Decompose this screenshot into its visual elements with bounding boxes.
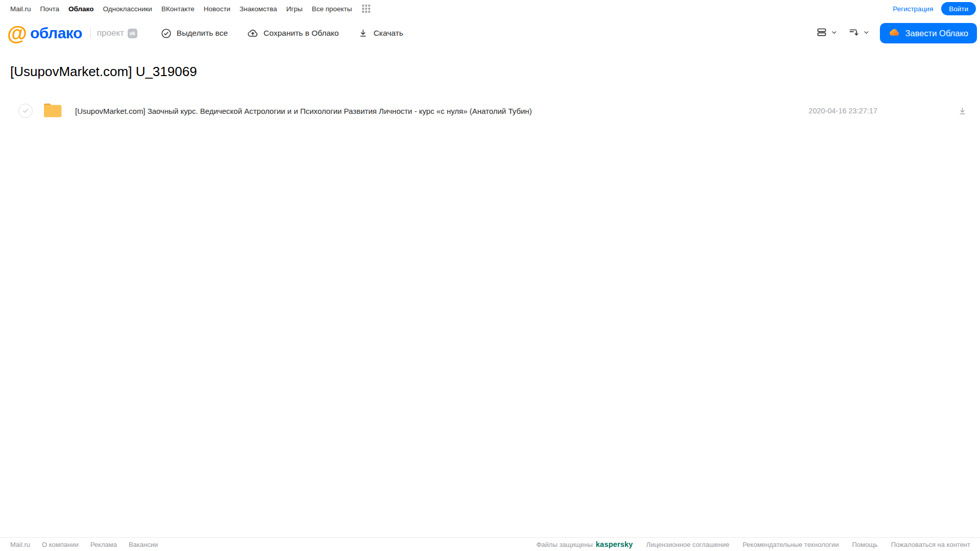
main-content: [UsupovMarket.com] U_319069 [UsupovMarke… — [0, 64, 980, 122]
footer-link-recommendations[interactable]: Рекомендательные технологии — [743, 541, 839, 548]
footer-right-links: Файлы защищены kaspersky Лицензионное со… — [536, 540, 970, 548]
auth-area: Регистрация Войти — [893, 2, 976, 15]
protected-label: Файлы защищены — [536, 541, 592, 548]
header-controls: Завести Облако — [816, 23, 977, 43]
get-cloud-button[interactable]: Завести Облако — [880, 23, 977, 43]
check-icon — [22, 107, 29, 114]
check-circle-icon — [161, 28, 172, 39]
footer-link-about[interactable]: О компании — [42, 541, 79, 548]
topnav-link-novosti[interactable]: Новости — [204, 5, 230, 13]
chevron-down-icon — [831, 29, 838, 38]
select-all-label: Выделить все — [177, 29, 228, 38]
kaspersky-protection: Файлы защищены kaspersky — [536, 540, 633, 548]
footer-link-mailru[interactable]: Mail.ru — [10, 541, 30, 548]
topnav-link-mailru[interactable]: Mail.ru — [10, 5, 31, 13]
footer-link-license[interactable]: Лицензионное соглашение — [646, 541, 729, 548]
page-title: [UsupovMarket.com] U_319069 — [10, 64, 980, 80]
logo-divider — [90, 28, 91, 38]
vk-logo-icon: vk — [128, 29, 137, 38]
topnav-link-pochta[interactable]: Почта — [40, 5, 60, 13]
folder-icon — [42, 101, 63, 121]
topnav-link-vkontakte[interactable]: ВКонтакте — [161, 5, 195, 13]
topnav-link-znakomstva[interactable]: Знакомства — [240, 5, 277, 13]
save-to-cloud-button[interactable]: Сохранить в Облако — [247, 28, 339, 39]
cloud-logo[interactable]: @ облако проект vk — [7, 23, 137, 43]
chevron-down-icon — [863, 29, 870, 38]
topnav-link-odnoklassniki[interactable]: Одноклассники — [103, 5, 152, 13]
view-switcher-button[interactable] — [816, 26, 838, 40]
rows-view-icon — [816, 26, 828, 40]
get-cloud-label: Завести Облако — [905, 29, 968, 38]
project-vk-label: проект — [97, 28, 124, 38]
footer-link-help[interactable]: Помощь — [852, 541, 877, 548]
file-date: 2020-04-16 23:27:17 — [808, 107, 877, 115]
portal-nav: Mail.ru Почта Облако Одноклассники ВКонт… — [0, 0, 980, 17]
registration-link[interactable]: Регистрация — [893, 5, 933, 13]
footer-left-links: Mail.ru О компании Реклама Вакансии — [10, 541, 158, 548]
download-label: Скачать — [373, 29, 403, 38]
footer-link-jobs[interactable]: Вакансии — [129, 541, 158, 548]
cloud-upload-icon — [247, 28, 258, 39]
footer-link-report[interactable]: Пожаловаться на контент — [891, 541, 970, 548]
file-name-link[interactable]: [UsupovMarket.com] Заочный курс. Ведичес… — [75, 107, 532, 115]
cloud-icon — [889, 27, 900, 40]
topnav-link-vse-proekty[interactable]: Все проекты — [312, 5, 352, 13]
footer-link-ads[interactable]: Реклама — [90, 541, 117, 548]
file-list: [UsupovMarket.com] Заочный курс. Ведичес… — [0, 100, 980, 122]
topnav-link-oblako[interactable]: Облако — [68, 5, 93, 13]
cloud-header: @ облако проект vk Выделить все Сохранит… — [0, 17, 980, 49]
mailru-at-icon: @ — [7, 23, 27, 43]
save-to-cloud-label: Сохранить в Облако — [264, 29, 339, 38]
cloud-logo-text: облако — [30, 25, 82, 42]
portal-links: Mail.ru Почта Облако Одноклассники ВКонт… — [10, 5, 370, 13]
select-all-button[interactable]: Выделить все — [161, 28, 228, 39]
file-row[interactable]: [UsupovMarket.com] Заочный курс. Ведичес… — [0, 100, 980, 122]
download-icon — [358, 28, 368, 38]
footer: Mail.ru О компании Реклама Вакансии Файл… — [0, 537, 980, 551]
sort-button[interactable] — [848, 26, 870, 40]
apps-grid-icon[interactable] — [362, 5, 370, 13]
row-checkbox[interactable] — [18, 104, 33, 118]
row-download-icon[interactable] — [958, 106, 967, 116]
download-button[interactable]: Скачать — [358, 28, 403, 38]
file-toolbar: Выделить все Сохранить в Облако Скачать — [161, 28, 403, 39]
topnav-link-igry[interactable]: Игры — [286, 5, 303, 13]
kaspersky-logo[interactable]: kaspersky — [596, 540, 633, 548]
sort-icon — [848, 26, 860, 40]
login-button[interactable]: Войти — [941, 2, 976, 15]
